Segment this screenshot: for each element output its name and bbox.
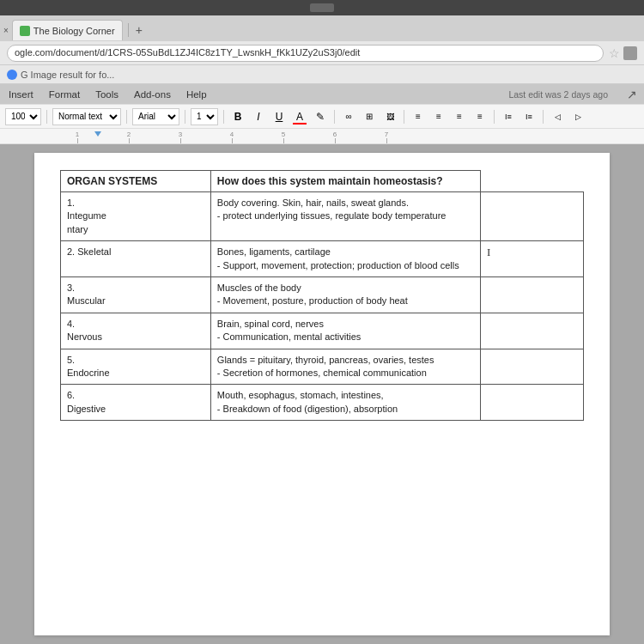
separator-7: [494, 110, 495, 124]
ruler-label-4: 4: [230, 131, 234, 138]
ruler-line-1: [77, 138, 78, 143]
separator-5: [334, 110, 335, 124]
menu-insert[interactable]: Insert: [7, 88, 35, 101]
menu-help[interactable]: Help: [185, 88, 209, 101]
ruler-label-5: 5: [282, 131, 285, 138]
bookmark-icon[interactable]: ☆: [609, 46, 620, 60]
indent-less-button[interactable]: ◁: [549, 108, 566, 125]
separator-2: [126, 110, 127, 124]
ruler-label-2: 2: [127, 131, 131, 138]
doc-menu-bar: Insert Format Tools Add-ons Help Last ed…: [0, 84, 644, 105]
underline-button[interactable]: U: [270, 108, 288, 125]
menu-format[interactable]: Format: [47, 88, 82, 101]
ruler-line-7: [386, 138, 387, 143]
color-underline: [293, 123, 307, 125]
line-spacing-button[interactable]: I≡: [500, 108, 517, 125]
search-text: G Image result for fo...: [21, 70, 114, 80]
size-select[interactable]: 11: [191, 108, 218, 125]
description-cell: Brain, spinal cord, nerves - Communicati…: [210, 313, 480, 349]
table-row: 5. EndocrineGlands = pituitary, thyroid,…: [61, 349, 584, 385]
tab-label: The Biology Corner: [33, 26, 115, 36]
description-cell: Glands = pituitary, thyroid, pancreas, o…: [210, 349, 480, 385]
homeostasis-cell[interactable]: [481, 313, 584, 349]
homeostasis-cell[interactable]: [481, 385, 584, 421]
menu-tools[interactable]: Tools: [94, 88, 120, 101]
ruler-mark-4: 4: [206, 131, 258, 143]
ruler-label-3: 3: [179, 131, 182, 138]
description-cell: Bones, ligaments, cartilage - Support, m…: [210, 241, 480, 277]
homeostasis-cell[interactable]: I: [481, 241, 584, 277]
system-cell: 4. Nervous: [61, 313, 211, 349]
description-cell: Body covering. Skin, hair, nails, sweat …: [210, 192, 480, 241]
ruler-mark-6: 6: [309, 131, 361, 143]
link-button[interactable]: ∞: [340, 108, 357, 125]
italic-button[interactable]: I: [250, 108, 267, 125]
tab-favicon: [20, 26, 30, 36]
font-select[interactable]: Arial: [132, 108, 179, 125]
document-area: ORGAN SYSTEMS How does this system maint…: [0, 144, 644, 644]
list-button[interactable]: I≡: [520, 108, 538, 125]
system-cell: 6. Digestive: [61, 385, 211, 421]
document-page[interactable]: ORGAN SYSTEMS How does this system maint…: [34, 153, 610, 635]
address-bar: ogle.com/document/d/1CRS-05SuBdL1ZJ4IC8z…: [0, 41, 644, 65]
menu-addons[interactable]: Add-ons: [132, 88, 173, 101]
table-row: 6. DigestiveMouth, esophagus, stomach, i…: [61, 385, 584, 421]
align-center-button[interactable]: ≡: [430, 108, 447, 125]
ruler-line-3: [180, 138, 181, 143]
ruler-mark-7: 7: [361, 131, 412, 143]
font-color-button[interactable]: A: [291, 108, 308, 125]
description-cell: Mouth, esophagus, stomach, intestines, -…: [210, 385, 480, 421]
align-justify-button[interactable]: ≡: [471, 108, 489, 125]
ruler-mark-3: 3: [155, 131, 206, 143]
tab-close-button[interactable]: ×: [3, 26, 9, 35]
new-tab-button[interactable]: +: [132, 23, 146, 37]
system-cell: 2. Skeletal: [61, 241, 211, 277]
ruler-line-6: [335, 138, 336, 143]
header-system: ORGAN SYSTEMS: [61, 171, 211, 192]
homeostasis-cell[interactable]: [481, 349, 584, 385]
system-cell: 5. Endocrine: [61, 349, 211, 385]
highlight-button[interactable]: ✎: [312, 108, 329, 125]
header-homeostasis: How does this system maintain homeostasi…: [210, 171, 480, 192]
separator-6: [404, 110, 404, 124]
ruler-mark-2: 2: [103, 131, 155, 143]
image-button[interactable]: 🖼: [381, 108, 398, 125]
separator-3: [185, 110, 185, 124]
tab-bar: × The Biology Corner +: [0, 15, 644, 41]
comment-button[interactable]: ⊞: [361, 108, 378, 125]
ruler-tab-stop: [94, 131, 101, 137]
align-left-button[interactable]: ≡: [410, 108, 427, 125]
separator-1: [46, 110, 47, 124]
top-bar-dot: [310, 3, 334, 12]
ruler-label-1: 1: [76, 131, 79, 138]
ruler-line-4: [232, 138, 233, 143]
ruler-mark-5: 5: [258, 131, 309, 143]
ruler: 1 2 3 4 5 6 7: [0, 129, 644, 144]
organ-systems-table: ORGAN SYSTEMS How does this system maint…: [60, 170, 584, 421]
address-input[interactable]: ogle.com/document/d/1CRS-05SuBdL1ZJ4IC8z…: [7, 45, 604, 62]
description-cell: Muscles of the body - Movement, posture,…: [210, 276, 480, 313]
browser-tab[interactable]: The Biology Corner: [12, 20, 123, 40]
system-cell: 1. Integume ntary: [61, 192, 211, 241]
ruler-label-6: 6: [333, 131, 337, 138]
last-edit-text: Last edit was 2 days ago: [508, 89, 608, 100]
indent-more-button[interactable]: ▷: [569, 108, 586, 125]
homeostasis-cell[interactable]: [481, 276, 584, 313]
table-row: 1. Integume ntaryBody covering. Skin, ha…: [61, 192, 584, 241]
align-right-button[interactable]: ≡: [451, 108, 468, 125]
ruler-line-2: [129, 138, 130, 143]
top-bar: [0, 0, 644, 15]
bold-button[interactable]: B: [229, 108, 246, 125]
zoom-select[interactable]: 100%: [5, 108, 41, 125]
separator-8: [543, 110, 544, 124]
tab-separator: [128, 23, 129, 37]
style-select[interactable]: Normal text: [52, 108, 121, 125]
table-row: 2. SkeletalBones, ligaments, cartilage -…: [61, 241, 584, 277]
separator-4: [223, 110, 224, 124]
homeostasis-cell[interactable]: [481, 192, 584, 241]
extension-icon: [623, 46, 637, 60]
format-toolbar: 100% Normal text Arial 11 B I U A ✎ ∞ ⊞ …: [0, 105, 644, 129]
search-bar: G Image result for fo...: [0, 65, 644, 84]
table-row: 3. MuscularMuscles of the body - Movemen…: [61, 276, 584, 313]
google-favicon: [7, 70, 17, 80]
